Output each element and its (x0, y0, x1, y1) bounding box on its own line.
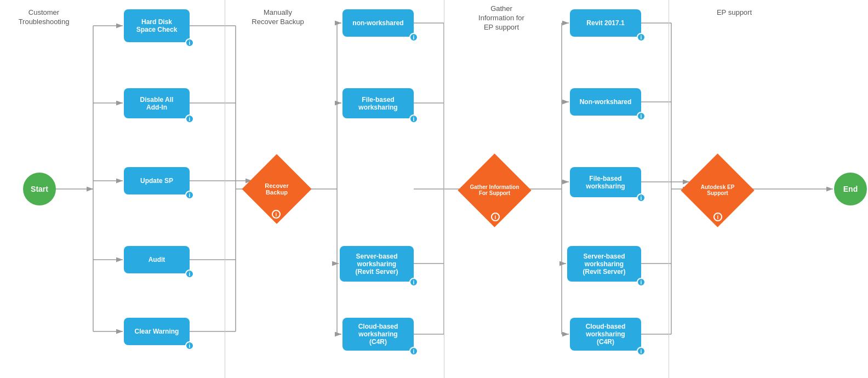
server-based-ws2-info-icon[interactable]: i (637, 278, 646, 287)
clear-warning-info-icon[interactable]: i (185, 341, 194, 350)
non-workshared2-info-icon[interactable]: i (637, 112, 646, 121)
clear-warning-box[interactable]: Clear Warning (124, 318, 190, 345)
cloud-based-ws-info-icon[interactable]: i (409, 347, 418, 356)
section-ep: EP support (701, 8, 767, 18)
cloud-based-ws2-info-icon[interactable]: i (637, 347, 646, 356)
server-based-ws2-box[interactable]: Server-basedworksharing(Revit Server) (567, 246, 641, 282)
non-workshared-box[interactable]: non-workshared (342, 9, 414, 37)
file-based-ws2-info-icon[interactable]: i (637, 193, 646, 202)
cloud-based-ws2-box[interactable]: Cloud-basedworksharing(C4R) (570, 318, 641, 351)
autodesk-ep-info-icon[interactable]: i (713, 213, 722, 221)
file-based-ws-info-icon[interactable]: i (409, 114, 418, 123)
audit-info-icon[interactable]: i (185, 270, 194, 278)
hard-disk-info-icon[interactable]: i (185, 38, 194, 47)
revit-2017-box[interactable]: Revit 2017.1 (570, 9, 641, 37)
divider-3 (669, 0, 669, 378)
gather-info-info-icon[interactable]: i (491, 213, 500, 221)
divider-2 (444, 0, 444, 378)
flowchart-diagram: CustomerTroubleshooting ManuallyRecover … (0, 0, 868, 378)
non-workshared-info-icon[interactable]: i (409, 33, 418, 42)
non-workshared2-box[interactable]: Non-workshared (570, 88, 641, 116)
hard-disk-box[interactable]: Hard DiskSpace Check (124, 9, 190, 42)
revit-2017-info-icon[interactable]: i (637, 33, 646, 42)
end-node: End (834, 173, 867, 205)
cloud-based-ws-box[interactable]: Cloud-basedworksharing(C4R) (342, 318, 414, 351)
server-based-ws-box[interactable]: Server-basedworksharing(Revit Server) (340, 246, 414, 282)
audit-box[interactable]: Audit (124, 246, 190, 273)
disable-addin-info-icon[interactable]: i (185, 114, 194, 123)
file-based-ws2-box[interactable]: File-basedworksharing (570, 167, 641, 197)
update-sp-info-icon[interactable]: i (185, 191, 194, 199)
disable-addin-box[interactable]: Disable AllAdd-In (124, 88, 190, 118)
server-based-ws-info-icon[interactable]: i (409, 278, 418, 287)
divider-1 (225, 0, 225, 378)
section-gather: GatherInformation forEP support (458, 4, 545, 32)
recover-backup-info-icon[interactable]: i (272, 210, 281, 219)
start-node: Start (23, 173, 56, 205)
file-based-ws-box[interactable]: File-basedworksharing (342, 88, 414, 118)
section-customer: CustomerTroubleshooting (5, 8, 82, 27)
update-sp-box[interactable]: Update SP (124, 167, 190, 194)
section-manually: ManuallyRecover Backup (234, 8, 322, 27)
